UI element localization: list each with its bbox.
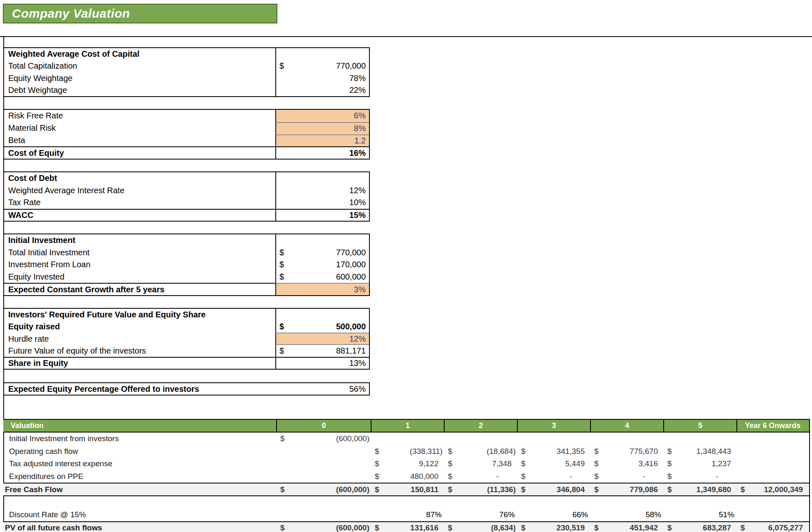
cell-number: (600,000) [336,523,369,532]
table-row: Risk Free Rate 6% [4,110,369,122]
column-header: Year 6 Onwards [736,420,808,432]
cell-number: 480,000 [410,472,438,481]
currency-symbol: $ [375,523,379,532]
cell-number: 779,086 [630,485,658,494]
currency-symbol: $ [521,523,526,532]
cell-number: 131,616 [410,523,438,532]
cell-value [275,172,369,185]
row-label: Cost of Equity [4,146,275,159]
cell-number: 6,075,277 [768,523,803,532]
cell-value: 78% [275,72,369,84]
table-row: Cost of Debt [4,172,369,185]
currency-symbol: $ [521,485,526,494]
column-header: Valuation [3,420,276,432]
cell-value: $3,416 [590,459,663,468]
cell-number: (600,000) [336,434,369,443]
currency-symbol: $ [521,459,526,468]
cell-value: 13% [275,357,369,369]
cell-value: $1,349,680 [663,485,736,494]
cell-value: $7,348 [444,459,517,468]
cell-value: 16% [275,146,369,159]
cell-value: 66% [517,510,590,519]
cell-value: $(8,634) [444,523,517,532]
cell-number: - [496,472,499,481]
cell-value: $(338,311) [371,447,444,456]
equity-offer-row: Expected Equity Percentage Offered to in… [3,382,370,396]
cell-value: $230,519 [517,523,590,532]
table-row: Total Capitalization $ 770,000 [4,60,369,72]
cell-number: 683,287 [703,523,731,532]
table-row: Operating cash flow $(338,311) $(18,684)… [3,445,809,458]
cell-value: $9,122 [371,459,444,468]
input-cell[interactable]: 12% [275,333,369,345]
input-cell[interactable]: 1.2 [275,134,369,147]
spacer-row [3,496,809,509]
cell-number: 15% [349,210,366,220]
cell-value: $346,804 [517,485,590,494]
currency-symbol: $ [280,485,285,494]
column-header: 1 [371,420,444,432]
cell-number: 9,122 [419,459,438,468]
cell-number: 346,804 [556,485,585,494]
table-row: Equity Weightage 78% [4,72,369,84]
table-row: Expenditures on PPE $480,000 $- $- $- $- [3,470,809,483]
row-label: Share in Equity [4,357,275,369]
currency-symbol: $ [448,459,452,468]
column-header: 5 [663,420,736,432]
row-label: Expected Constant Growth after 5 years [4,283,275,295]
cell-number: 13% [349,359,366,368]
currency-symbol: $ [740,523,745,532]
cell-value: $(18,684) [444,447,517,456]
pv-row: PV of all future cash flows $(600,000) $… [3,521,809,532]
cell-number: 775,670 [630,447,658,456]
cell-value [275,48,369,60]
cell-value: $480,000 [371,472,444,481]
row-label: PV of all future cash flows [3,523,276,532]
cell-value: $1,237 [663,459,736,468]
table-row: Beta 1.2 [4,134,369,147]
cell-number: (338,311) [410,447,443,456]
row-label: Free Cash Flow [3,485,276,494]
page-title: Company Valuation [4,5,277,21]
table-row: Future Value of equity of the investors … [4,345,369,357]
input-cell[interactable]: 6% [275,110,369,122]
cell-number: 5,449 [565,459,585,468]
currency-symbol: $ [448,523,452,532]
table-row: Expected Constant Growth after 5 years 3… [4,283,369,295]
column-header: 4 [590,420,663,432]
table-row: Investors' Required Future Value and Equ… [4,309,369,321]
cell-value: 87% [371,510,444,519]
table-row: Equity raised $ 500,000 [4,321,369,333]
currency-symbol: $ [740,485,745,494]
cell-number: - [643,472,645,481]
table-row: Weighted Average Interest Rate 12% [4,185,369,197]
investors-table: Investors' Required Future Value and Equ… [3,308,370,370]
currency-symbol: $ [279,248,284,257]
cell-number: 600,000 [336,272,366,282]
cell-value: $ 170,000 [275,259,369,271]
currency-symbol: $ [667,472,672,481]
cell-value [275,309,369,321]
input-cell[interactable]: 3% [275,283,369,295]
row-label: Initial Investment [4,234,275,247]
currency-symbol: $ [667,447,672,456]
row-label: Debt Weightage [4,84,275,96]
currency-symbol: $ [279,61,284,71]
input-cell[interactable]: 8% [275,122,369,134]
row-label: Total Capitalization [4,60,275,72]
cell-number: 12,000,349 [764,485,803,494]
currency-symbol: $ [279,322,284,331]
table-row: Hurdle rate 12% [4,333,369,345]
cell-value: 22% [275,84,369,96]
cell-number: 12% [349,186,366,195]
currency-symbol: $ [375,485,379,494]
cell-value: $ 770,000 [275,60,369,72]
currency-symbol: $ [594,459,599,468]
currency-symbol: $ [279,346,284,356]
discount-rate-row: Discount Rate @ 15% 87% 76% 66% 58% 51% [3,509,809,521]
column-header: 2 [444,420,517,432]
valuation-right-border [809,419,810,532]
cell-value: $12,000,349 [736,485,808,494]
currency-symbol: $ [594,523,599,532]
cell-value: $6,075,277 [736,523,808,532]
